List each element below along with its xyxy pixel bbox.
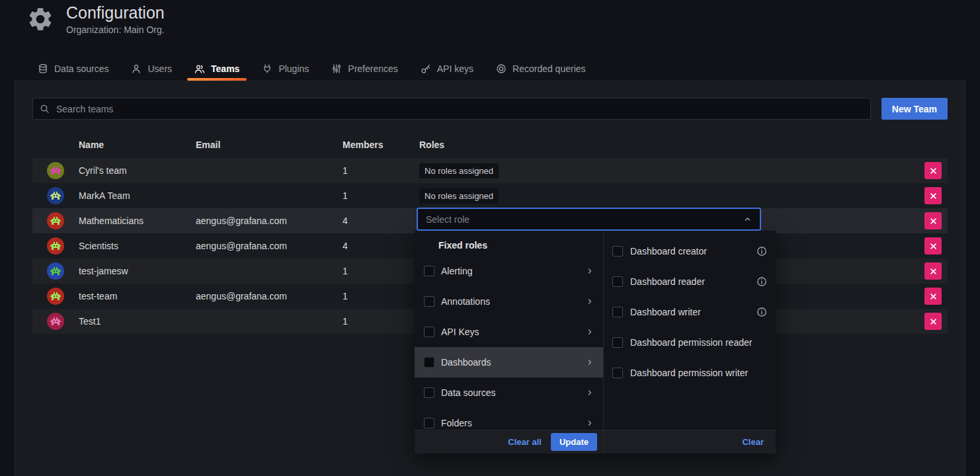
role-checkbox[interactable]: [424, 357, 434, 368]
table-row[interactable]: MarkA Team 1 No roles assigned: [32, 183, 948, 208]
update-button[interactable]: Update: [551, 433, 597, 451]
delete-team-button[interactable]: [924, 288, 942, 305]
role-submenu-item-dashboard-permission-writer[interactable]: Dashboard permission writer: [604, 358, 776, 388]
delete-team-button[interactable]: [924, 212, 942, 229]
role-label: Dashboard writer: [630, 307, 701, 317]
team-email: aengus@grafana.com: [196, 241, 343, 251]
tab-plugins[interactable]: Plugins: [255, 56, 316, 81]
close-icon: [930, 243, 937, 250]
team-avatar: [47, 212, 64, 229]
close-icon: [930, 318, 937, 325]
new-team-button[interactable]: New Team: [881, 98, 948, 120]
role-checkbox[interactable]: [612, 276, 623, 287]
sliders-icon: [331, 63, 342, 74]
role-checkbox[interactable]: [424, 418, 434, 428]
team-avatar: [47, 288, 64, 305]
role-label: Dashboard reader: [630, 276, 705, 287]
tab-recorded-queries[interactable]: Recorded queries: [489, 56, 593, 81]
role-label: Dashboard creator: [630, 246, 707, 257]
tab-preferences[interactable]: Preferences: [324, 56, 405, 81]
chevron-right-icon: [586, 419, 594, 427]
fixed-roles-footer: Clear all Update: [415, 430, 603, 454]
tab-label: Data sources: [54, 63, 108, 74]
tab-teams[interactable]: Teams: [187, 56, 247, 81]
fixed-role-item-data-sources[interactable]: Data sources: [415, 377, 603, 408]
role-checkbox[interactable]: [424, 387, 434, 398]
role-checkbox[interactable]: [612, 337, 623, 348]
role-submenu-item-dashboard-writer[interactable]: Dashboard writer: [604, 297, 776, 327]
close-icon: [930, 192, 937, 200]
fixed-role-label: Alerting: [441, 266, 472, 276]
clear-button[interactable]: Clear: [742, 437, 764, 447]
team-avatar: [47, 162, 64, 179]
tab-label: Users: [147, 63, 172, 74]
clear-all-button[interactable]: Clear all: [508, 437, 542, 447]
table-header: Name Email Members Roles: [32, 132, 948, 158]
fixed-role-item-api-keys[interactable]: API Keys: [415, 317, 603, 347]
role-submenu-list: Dashboard creator Dashboard reader Dashb…: [604, 231, 776, 430]
info-icon[interactable]: [756, 307, 767, 317]
search-box[interactable]: [32, 98, 871, 120]
fixed-role-item-dashboards[interactable]: Dashboards: [415, 347, 603, 377]
info-icon[interactable]: [756, 246, 767, 257]
fixed-role-item-alerting[interactable]: Alerting: [415, 256, 603, 286]
role-select-input[interactable]: Select role: [417, 208, 761, 231]
team-name[interactable]: Mathematicians: [79, 216, 196, 226]
role-submenu-footer: Clear: [604, 430, 776, 454]
team-avatar: [47, 313, 64, 330]
role-submenu-item-dashboard-permission-reader[interactable]: Dashboard permission reader: [604, 327, 776, 358]
role-checkbox[interactable]: [424, 296, 434, 307]
page-header: Configuration Organization: Main Org.: [26, 3, 165, 35]
fixed-roles-panel: Fixed roles Alerting Annotations API Key…: [415, 231, 604, 454]
info-icon[interactable]: [756, 276, 767, 287]
fixed-role-item-folders[interactable]: Folders: [415, 408, 603, 430]
fixed-role-item-annotations[interactable]: Annotations: [415, 286, 603, 317]
role-checkbox[interactable]: [612, 246, 623, 257]
roles-badge: No roles assigned: [419, 188, 499, 204]
role-submenu-item-dashboard-reader[interactable]: Dashboard reader: [604, 266, 776, 297]
role-select-placeholder: Select role: [426, 214, 743, 225]
key-icon: [421, 63, 431, 74]
team-name[interactable]: test-team: [79, 291, 196, 301]
team-name[interactable]: Cyril's team: [79, 165, 196, 176]
team-name[interactable]: test-jamesw: [79, 266, 196, 276]
delete-team-button[interactable]: [924, 162, 942, 179]
page-title: Configuration: [66, 3, 165, 22]
search-icon: [40, 104, 50, 114]
tab-label: Preferences: [348, 63, 397, 74]
team-name[interactable]: MarkA Team: [79, 190, 196, 201]
role-checkbox[interactable]: [424, 327, 434, 337]
plug-icon: [262, 63, 272, 74]
delete-team-button[interactable]: [924, 187, 942, 204]
tab-users[interactable]: Users: [124, 56, 179, 81]
chevron-right-icon: [586, 358, 594, 366]
table-row[interactable]: Cyril's team 1 No roles assigned: [32, 158, 948, 183]
roles-badge: No roles assigned: [419, 163, 499, 178]
fixed-role-label: API Keys: [441, 327, 479, 337]
delete-team-button[interactable]: [924, 313, 942, 330]
role-checkbox[interactable]: [424, 266, 434, 276]
fixed-role-label: Data sources: [441, 387, 495, 398]
close-icon: [930, 268, 937, 275]
fixed-roles-header: Fixed roles: [415, 231, 603, 256]
page-subtitle: Organization: Main Org.: [66, 24, 165, 35]
search-input[interactable]: [55, 103, 864, 115]
record-icon: [496, 63, 507, 74]
team-name[interactable]: Scientists: [79, 241, 196, 251]
close-icon: [930, 293, 937, 300]
delete-team-button[interactable]: [924, 237, 942, 255]
chevron-right-icon: [586, 389, 594, 397]
tab-api-keys[interactable]: API keys: [413, 56, 481, 81]
role-checkbox[interactable]: [612, 368, 623, 378]
role-submenu-item-dashboard-creator[interactable]: Dashboard creator: [604, 236, 776, 266]
col-members: Members: [343, 139, 419, 150]
col-email: Email: [196, 139, 343, 150]
chevron-up-icon: [743, 215, 752, 223]
team-name[interactable]: Test1: [79, 316, 196, 327]
tab-data-sources[interactable]: Data sources: [30, 56, 116, 81]
toolbar: New Team: [32, 98, 948, 120]
role-checkbox[interactable]: [612, 307, 623, 317]
role-submenu-panel: Dashboard creator Dashboard reader Dashb…: [604, 231, 776, 454]
delete-team-button[interactable]: [924, 262, 942, 280]
chevron-right-icon: [586, 267, 594, 275]
